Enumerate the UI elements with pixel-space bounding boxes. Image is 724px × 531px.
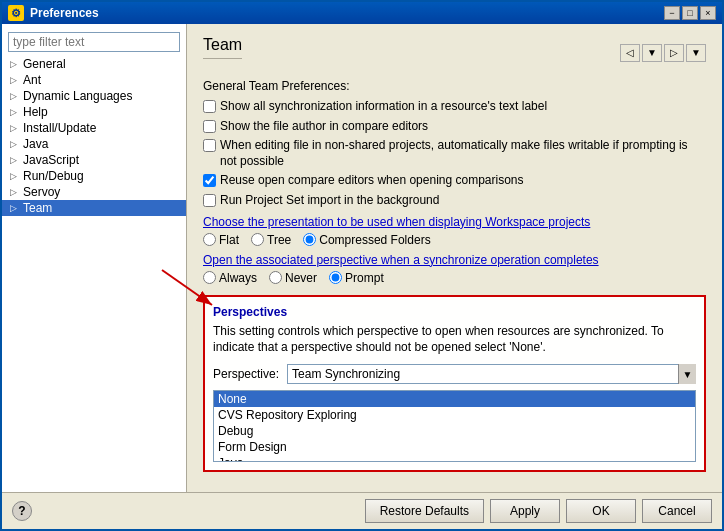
- close-button[interactable]: ×: [700, 6, 716, 20]
- expand-icon: ▷: [10, 75, 20, 85]
- checkbox-1[interactable]: [203, 100, 216, 113]
- perspectives-description: This setting controls which perspective …: [213, 323, 696, 357]
- nav-arrows: ◁ ▼ ▷ ▼: [620, 44, 706, 62]
- sidebar-item-dynamic-languages[interactable]: ▷ Dynamic Languages: [2, 88, 186, 104]
- perspective-listbox[interactable]: None CVS Repository Exploring Debug Form…: [213, 390, 696, 462]
- ok-button[interactable]: OK: [566, 499, 636, 523]
- forward-dropdown-button[interactable]: ▼: [686, 44, 706, 62]
- perspectives-title: Perspectives: [213, 305, 696, 319]
- expand-icon: ▷: [10, 107, 20, 117]
- sidebar: ▷ General ▷ Ant ▷ Dynamic Languages ▷ He…: [2, 24, 187, 492]
- sidebar-item-label: Ant: [23, 73, 41, 87]
- sidebar-item-ant[interactable]: ▷ Ant: [2, 72, 186, 88]
- apply-button[interactable]: Apply: [490, 499, 560, 523]
- sidebar-item-label: Run/Debug: [23, 169, 84, 183]
- sidebar-item-run-debug[interactable]: ▷ Run/Debug: [2, 168, 186, 184]
- sidebar-item-label: Help: [23, 105, 48, 119]
- cancel-button[interactable]: Cancel: [642, 499, 712, 523]
- right-panel: Team ◁ ▼ ▷ ▼ General Team Preferences: S…: [187, 24, 722, 492]
- radio-compressed-folders: Compressed Folders: [303, 233, 430, 247]
- expand-icon: ▷: [10, 123, 20, 133]
- expand-icon: ▷: [10, 187, 20, 197]
- main-content: ▷ General ▷ Ant ▷ Dynamic Languages ▷ He…: [2, 24, 722, 492]
- expand-icon: ▷: [10, 139, 20, 149]
- sidebar-item-help[interactable]: ▷ Help: [2, 104, 186, 120]
- radio-always: Always: [203, 271, 257, 285]
- list-item-form-design[interactable]: Form Design: [214, 439, 695, 455]
- radio-compressed-label: Compressed Folders: [319, 233, 430, 247]
- maximize-button[interactable]: □: [682, 6, 698, 20]
- checkbox-row-1: Show all synchronization information in …: [203, 99, 706, 115]
- perspective-label: Perspective:: [213, 367, 279, 381]
- bottom-right: Restore Defaults Apply OK Cancel: [365, 499, 712, 523]
- panel-header: Team ◁ ▼ ▷ ▼: [203, 36, 706, 69]
- restore-defaults-button[interactable]: Restore Defaults: [365, 499, 484, 523]
- radio-tree-label: Tree: [267, 233, 291, 247]
- nav-dropdown-button[interactable]: ▼: [642, 44, 662, 62]
- expand-icon: ▷: [10, 91, 20, 101]
- expand-icon: ▷: [10, 203, 20, 213]
- perspective-link[interactable]: Open the associated perspective when a s…: [203, 253, 706, 267]
- list-item-java[interactable]: Java: [214, 455, 695, 462]
- sidebar-item-servoy[interactable]: ▷ Servoy: [2, 184, 186, 200]
- window-icon: ⚙: [8, 5, 24, 21]
- radio-never: Never: [269, 271, 317, 285]
- checkbox-label-3: When editing file in non-shared projects…: [220, 138, 706, 169]
- sync-radio-group: Always Never Prompt: [203, 271, 706, 285]
- forward-button[interactable]: ▷: [664, 44, 684, 62]
- expand-icon: ▷: [10, 171, 20, 181]
- checkbox-row-4: Reuse open compare editors when opening …: [203, 173, 706, 189]
- radio-tree-input[interactable]: [251, 233, 264, 246]
- presentation-link[interactable]: Choose the presentation to be used when …: [203, 215, 706, 229]
- help-button[interactable]: ?: [12, 501, 32, 521]
- radio-flat-label: Flat: [219, 233, 239, 247]
- bottom-bar: ? Restore Defaults Apply OK Cancel: [2, 492, 722, 529]
- title-bar: ⚙ Preferences − □ ×: [2, 2, 722, 24]
- panel-title: Team: [203, 36, 242, 59]
- sidebar-item-label: General: [23, 57, 66, 71]
- checkbox-label-4: Reuse open compare editors when opening …: [220, 173, 524, 189]
- checkbox-label-5: Run Project Set import in the background: [220, 193, 439, 209]
- radio-flat-input[interactable]: [203, 233, 216, 246]
- checkbox-label-2: Show the file author in compare editors: [220, 119, 428, 135]
- radio-prompt: Prompt: [329, 271, 384, 285]
- checkbox-label-1: Show all synchronization information in …: [220, 99, 547, 115]
- checkbox-row-5: Run Project Set import in the background: [203, 193, 706, 209]
- checkbox-3[interactable]: [203, 139, 216, 152]
- expand-icon: ▷: [10, 155, 20, 165]
- perspective-row: Perspective: Team Synchronizing ▼: [213, 364, 696, 384]
- radio-always-label: Always: [219, 271, 257, 285]
- radio-prompt-label: Prompt: [345, 271, 384, 285]
- perspective-select[interactable]: Team Synchronizing: [287, 364, 696, 384]
- radio-always-input[interactable]: [203, 271, 216, 284]
- radio-prompt-input[interactable]: [329, 271, 342, 284]
- radio-tree: Tree: [251, 233, 291, 247]
- sidebar-item-general[interactable]: ▷ General: [2, 56, 186, 72]
- radio-compressed-input[interactable]: [303, 233, 316, 246]
- presentation-radio-group: Flat Tree Compressed Folders: [203, 233, 706, 247]
- list-item-none[interactable]: None: [214, 391, 695, 407]
- radio-never-label: Never: [285, 271, 317, 285]
- perspective-select-wrapper: Team Synchronizing ▼: [287, 364, 696, 384]
- sidebar-item-java[interactable]: ▷ Java: [2, 136, 186, 152]
- bottom-left: ?: [12, 501, 32, 521]
- window-controls: − □ ×: [664, 6, 716, 20]
- checkbox-2[interactable]: [203, 120, 216, 133]
- checkbox-row-3: When editing file in non-shared projects…: [203, 138, 706, 169]
- checkbox-5[interactable]: [203, 194, 216, 207]
- checkbox-4[interactable]: [203, 174, 216, 187]
- sidebar-item-team[interactable]: ▷ Team: [2, 200, 186, 216]
- sidebar-item-label: Servoy: [23, 185, 60, 199]
- filter-input[interactable]: [8, 32, 180, 52]
- expand-icon: ▷: [10, 59, 20, 69]
- perspectives-section: Perspectives This setting controls which…: [203, 295, 706, 473]
- minimize-button[interactable]: −: [664, 6, 680, 20]
- sidebar-item-label: Install/Update: [23, 121, 96, 135]
- sidebar-item-install-update[interactable]: ▷ Install/Update: [2, 120, 186, 136]
- back-button[interactable]: ◁: [620, 44, 640, 62]
- list-item-cvs[interactable]: CVS Repository Exploring: [214, 407, 695, 423]
- radio-never-input[interactable]: [269, 271, 282, 284]
- list-item-debug[interactable]: Debug: [214, 423, 695, 439]
- sidebar-item-javascript[interactable]: ▷ JavaScript: [2, 152, 186, 168]
- window-title: Preferences: [30, 6, 658, 20]
